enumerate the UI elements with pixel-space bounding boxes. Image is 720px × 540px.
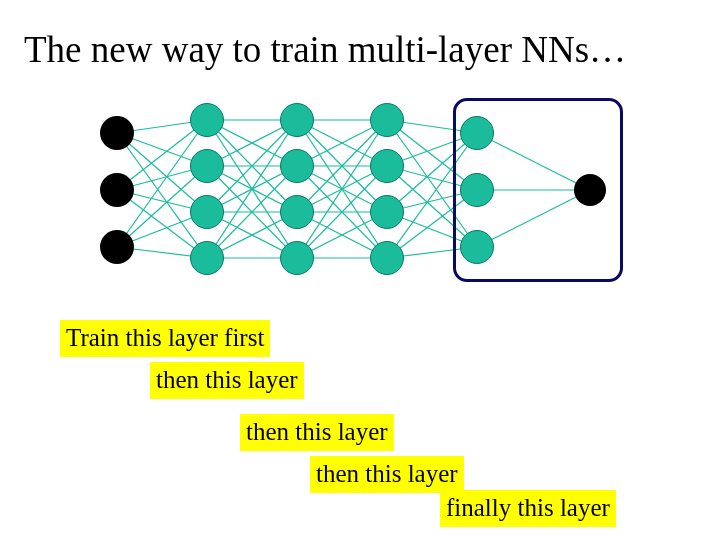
nn-hidden-node bbox=[190, 195, 224, 229]
nn-hidden-node bbox=[460, 230, 494, 264]
nn-hidden-node bbox=[370, 241, 404, 275]
nn-hidden-node bbox=[280, 241, 314, 275]
caption-then-3: then this layer bbox=[310, 456, 464, 493]
caption-then-2: then this layer bbox=[240, 414, 394, 451]
nn-hidden-node bbox=[190, 241, 224, 275]
slide: The new way to train multi-layer NNs… bbox=[0, 0, 720, 540]
nn-hidden-node bbox=[460, 116, 494, 150]
nn-hidden-node bbox=[370, 195, 404, 229]
nn-input-node bbox=[100, 116, 134, 150]
nn-hidden-node bbox=[190, 149, 224, 183]
nn-output-node bbox=[574, 174, 606, 206]
nn-hidden-node bbox=[370, 149, 404, 183]
nn-hidden-node bbox=[190, 103, 224, 137]
nn-input-node bbox=[100, 173, 134, 207]
neural-network-diagram bbox=[95, 100, 635, 280]
nn-input-node bbox=[100, 230, 134, 264]
nn-hidden-node bbox=[460, 173, 494, 207]
nn-hidden-node bbox=[280, 195, 314, 229]
nn-hidden-node bbox=[280, 103, 314, 137]
caption-then-1: then this layer bbox=[150, 362, 304, 399]
caption-finally: finally this layer bbox=[440, 490, 616, 527]
slide-title: The new way to train multi-layer NNs… bbox=[24, 28, 626, 71]
caption-train-first: Train this layer first bbox=[60, 320, 270, 357]
nn-hidden-node bbox=[280, 149, 314, 183]
nn-hidden-node bbox=[370, 103, 404, 137]
